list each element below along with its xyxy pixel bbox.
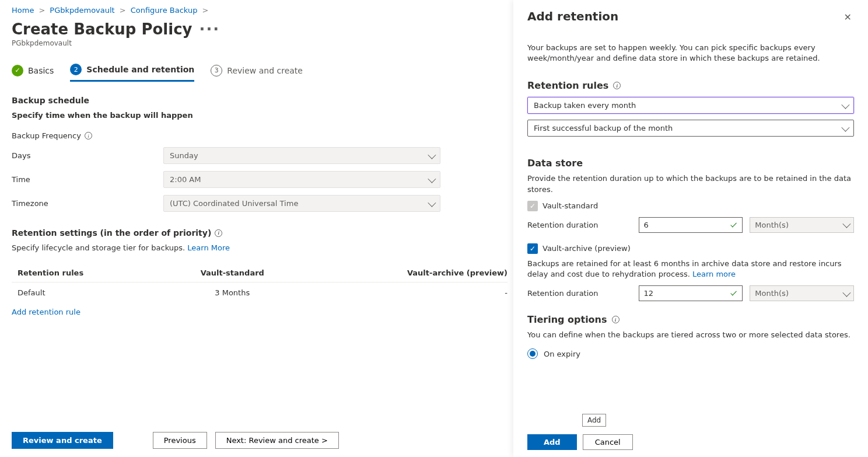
vault-standard-label: Vault-standard: [542, 201, 598, 210]
cancel-button[interactable]: Cancel: [583, 434, 633, 450]
info-icon[interactable]: i: [85, 132, 92, 139]
check-icon: ✓: [12, 65, 23, 76]
chevron-down-icon: [841, 123, 849, 131]
vault-archive-label: Vault-archive (preview): [542, 244, 631, 253]
add-button[interactable]: Add: [527, 434, 577, 450]
tiering-options-heading: Tiering options: [527, 314, 607, 325]
step-review[interactable]: 3 Review and create: [211, 65, 303, 81]
chevron-down-icon: [428, 175, 436, 183]
valid-check-icon: [731, 221, 737, 228]
retention-rule-select[interactable]: Backup taken every month: [527, 97, 854, 114]
step-basics[interactable]: ✓ Basics: [12, 65, 54, 81]
backup-schedule-heading: Backup schedule: [12, 96, 502, 105]
table-row: Default 3 Months -: [12, 282, 508, 303]
info-icon[interactable]: i: [215, 229, 222, 237]
retention-settings-heading: Retention settings (in the order of prio…: [12, 228, 211, 238]
data-store-desc: Provide the retention duration up to whi…: [527, 173, 854, 194]
add-retention-panel: Add retention ✕ Your backups are set to …: [513, 0, 868, 457]
col-vault-archive: Vault-archive (preview): [304, 264, 508, 282]
learn-more-archive-link[interactable]: Learn more: [692, 270, 736, 278]
col-vault-standard: Vault-standard: [160, 264, 304, 282]
chevron-down-icon: [428, 198, 436, 207]
add-tooltip: Add: [582, 414, 606, 427]
retention-unit-archive-select[interactable]: Month(s): [750, 285, 854, 301]
retention-rules-heading: Retention rules: [527, 80, 608, 91]
chevron-down-icon: [842, 220, 850, 228]
page-title: Create Backup Policy: [12, 20, 192, 38]
panel-description: Your backups are set to happen weekly. Y…: [527, 43, 854, 64]
page-subtitle: PGbkpdemovault: [12, 39, 502, 47]
retention-rule-option-select[interactable]: First successful backup of the month: [527, 120, 854, 137]
next-button[interactable]: Next: Review and create >: [215, 432, 339, 449]
retention-duration-standard-input[interactable]: 6: [639, 217, 743, 233]
retention-duration-label: Retention duration: [527, 221, 632, 229]
more-actions-icon[interactable]: ···: [200, 20, 220, 38]
timezone-select[interactable]: (UTC) Coordinated Universal Time: [163, 195, 440, 212]
previous-button[interactable]: Previous: [153, 432, 207, 449]
review-create-button[interactable]: Review and create: [12, 432, 113, 449]
time-select[interactable]: 2:00 AM: [163, 171, 440, 188]
breadcrumb-vault[interactable]: PGbkpdemovault: [50, 6, 114, 15]
col-retention-rules: Retention rules: [12, 264, 160, 282]
vault-standard-checkbox: ✓: [527, 201, 538, 211]
panel-title: Add retention: [527, 9, 618, 23]
learn-more-link[interactable]: Learn More: [187, 243, 230, 252]
close-icon[interactable]: ✕: [842, 9, 854, 25]
chevron-down-icon: [842, 288, 850, 296]
backup-schedule-sub: Specify time when the backup will happen: [12, 111, 502, 120]
info-icon[interactable]: i: [613, 82, 621, 89]
retention-table: Retention rules Vault-standard Vault-arc…: [12, 264, 508, 303]
breadcrumb-configure[interactable]: Configure Backup: [131, 6, 198, 15]
data-store-heading: Data store: [527, 158, 854, 169]
breadcrumb-home[interactable]: Home: [12, 6, 34, 15]
on-expiry-label: On expiry: [544, 350, 580, 358]
info-icon[interactable]: i: [612, 316, 620, 323]
timezone-label: Timezone: [12, 199, 163, 208]
step-schedule[interactable]: 2 Schedule and retention: [70, 64, 194, 82]
on-expiry-radio[interactable]: [527, 348, 538, 359]
days-label: Days: [12, 151, 163, 160]
tiering-options-desc: You can define when the backups are tier…: [527, 330, 854, 340]
backup-frequency-label: Backup Frequency: [12, 131, 81, 140]
chevron-down-icon: [428, 151, 436, 159]
breadcrumb: Home> PGbkpdemovault> Configure Backup>: [12, 6, 502, 15]
retention-duration-label: Retention duration: [527, 289, 632, 298]
vault-archive-checkbox[interactable]: ✓: [527, 243, 538, 254]
chevron-down-icon: [841, 100, 849, 109]
retention-duration-archive-input[interactable]: 12: [639, 285, 743, 301]
days-select[interactable]: Sunday: [163, 147, 440, 164]
retention-unit-standard-select[interactable]: Month(s): [750, 217, 854, 233]
time-label: Time: [12, 175, 163, 184]
valid-check-icon: [731, 289, 737, 296]
add-retention-rule-link[interactable]: Add retention rule: [12, 308, 502, 316]
